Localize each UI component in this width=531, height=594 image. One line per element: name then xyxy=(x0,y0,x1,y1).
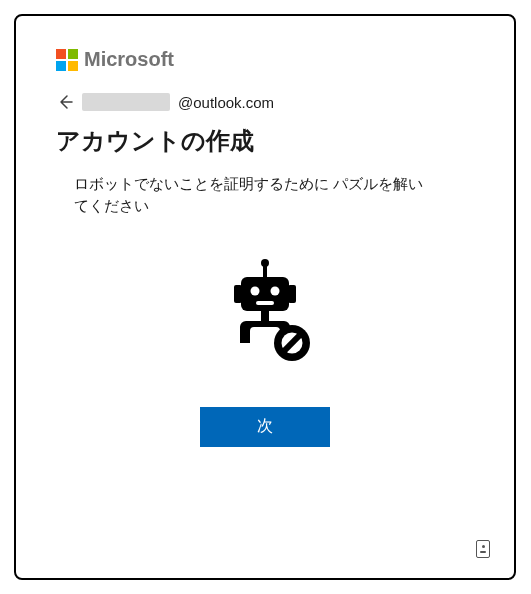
captcha-graphic xyxy=(56,257,474,367)
microsoft-brand: Microsoft xyxy=(56,48,474,71)
svg-point-5 xyxy=(251,286,260,295)
accessibility-options-icon[interactable] xyxy=(476,540,490,558)
back-button[interactable] xyxy=(56,93,74,111)
svg-rect-7 xyxy=(256,301,274,305)
svg-rect-1 xyxy=(263,265,267,277)
brand-name: Microsoft xyxy=(84,48,174,71)
microsoft-logo-icon xyxy=(56,49,78,71)
card-inner: Microsoft @outlook.com アカウントの作成 ロボットでないこ… xyxy=(16,16,514,467)
svg-rect-8 xyxy=(261,311,269,321)
robot-blocked-icon xyxy=(210,257,320,367)
arrow-left-icon xyxy=(57,94,73,110)
svg-rect-4 xyxy=(288,285,296,303)
svg-point-6 xyxy=(271,286,280,295)
account-email-row: @outlook.com xyxy=(56,93,474,111)
email-local-redacted xyxy=(82,93,170,111)
signup-card: Microsoft @outlook.com アカウントの作成 ロボットでないこ… xyxy=(14,14,516,580)
page-title: アカウントの作成 xyxy=(56,125,474,157)
instruction-text: ロボットでないことを証明するために パズルを解いてください xyxy=(74,173,434,217)
svg-rect-3 xyxy=(234,285,242,303)
email-domain: @outlook.com xyxy=(178,94,274,111)
svg-rect-2 xyxy=(241,277,289,311)
next-button[interactable]: 次 xyxy=(200,407,330,447)
